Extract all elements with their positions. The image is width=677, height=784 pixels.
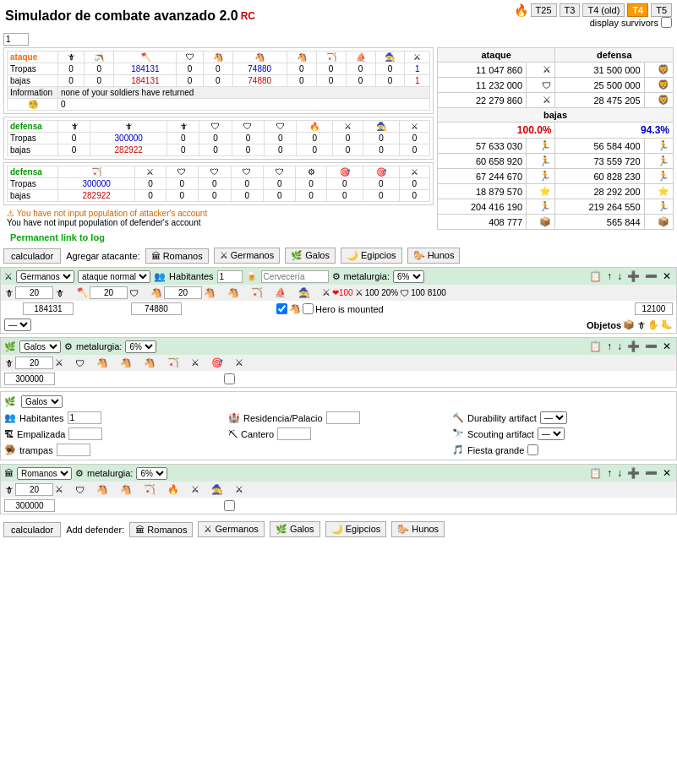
attacker-attack-type-select[interactable]: ataque normal	[78, 270, 150, 283]
perm-link-row[interactable]: Permanent link to log	[3, 231, 434, 244]
tier-t25[interactable]: T25	[531, 3, 557, 17]
au-icon-sword: ⚔	[355, 287, 363, 298]
attacker-close-icon[interactable]: ✕	[661, 270, 673, 283]
au-icon-shield: 🛡	[400, 288, 409, 298]
au-icon-8: ⛵	[275, 287, 287, 298]
r2-d-val: 28 475 205	[555, 93, 644, 108]
faction-hunos-btn[interactable]: 🐎 Hunos	[407, 248, 461, 264]
attacker-metalurgia-select[interactable]: 6%	[393, 270, 424, 283]
d3-add-icon[interactable]: ➕	[625, 466, 642, 480]
durability-select[interactable]: —	[540, 411, 567, 424]
faction-romanos-btn[interactable]: 🏛 Romanos	[145, 248, 209, 264]
habitantes-icon: 👥	[4, 412, 16, 423]
d1-metalurgia-select[interactable]: 6%	[125, 340, 156, 353]
tab-input[interactable]: 1	[3, 33, 29, 46]
d1-down-icon[interactable]: ↓	[615, 340, 624, 353]
app-title: Simulador de combate avanzado 2.0	[5, 8, 238, 24]
tier-t5[interactable]: T5	[651, 3, 672, 17]
d1-close-icon[interactable]: ✕	[661, 340, 673, 353]
ataque-table: ataque 🗡 🪃 🪓 🛡 🐴 🐴 🐴 🏹 ⛵ 🧙 ⚔ Tropas 0	[7, 51, 430, 111]
d3-down-icon[interactable]: ↓	[615, 466, 624, 480]
d2-tropa-4: 0	[231, 178, 263, 190]
d3u-icon-7: ⚔	[191, 484, 199, 495]
d3u-val-0[interactable]	[4, 499, 55, 512]
def-faction-egipcios-btn[interactable]: 🌙 Egipcios	[325, 521, 387, 537]
d3u-input-0[interactable]	[15, 483, 53, 496]
d1-up-icon[interactable]: ↑	[605, 340, 614, 353]
au-mounted-checkbox[interactable]	[303, 303, 314, 314]
attacker-down-icon[interactable]: ↓	[615, 270, 624, 283]
fiesta-checkbox[interactable]	[527, 444, 538, 455]
tier-t3[interactable]: T3	[560, 3, 581, 17]
d3u-checkbox[interactable]	[224, 500, 235, 511]
d1-baja-1: 282922	[90, 144, 167, 156]
cantero-input[interactable]	[277, 427, 311, 440]
d1u-icon-9: ⚔	[235, 357, 243, 368]
d3-minus-icon[interactable]: ➖	[643, 466, 659, 480]
au-val-0[interactable]	[23, 302, 74, 315]
attacker-up-icon[interactable]: ↑	[605, 270, 614, 283]
faction-egipcios-btn[interactable]: 🌙 Egipcios	[341, 248, 402, 264]
d1u-icon-6: 🏹	[167, 357, 179, 368]
attacker-minus-icon[interactable]: ➖	[643, 270, 659, 283]
warnings-section: ⚠ You have not input population of attac…	[3, 209, 434, 227]
d3-close-icon[interactable]: ✕	[661, 466, 673, 480]
display-survivors-checkbox[interactable]	[661, 17, 672, 28]
scouting-select[interactable]: —	[538, 427, 565, 440]
d1-faction-select[interactable]: Galos	[19, 340, 61, 353]
d1-minus-icon[interactable]: ➖	[643, 340, 659, 353]
attacker-copy-icon[interactable]: 📋	[587, 270, 603, 283]
d1-copy-icon[interactable]: 📋	[587, 340, 603, 353]
au-select[interactable]: —	[4, 318, 31, 331]
information-text: none of your soldiers have returned	[58, 87, 430, 99]
habitantes-input[interactable]	[68, 411, 101, 424]
tropa-4: 0	[203, 63, 232, 75]
def-faction-galos-btn[interactable]: 🌿 Galos	[270, 521, 320, 537]
faction-germanos-btn[interactable]: ⚔ Germanos	[214, 248, 280, 264]
au-hero-val[interactable]	[635, 302, 673, 315]
au-input-4[interactable]	[164, 286, 202, 299]
calculador-button[interactable]: calculador	[3, 248, 61, 264]
tier-t4old[interactable]: T4 (old)	[582, 3, 625, 17]
d2-tropa-1: 0	[135, 178, 166, 190]
d3-metalurgia-icon: ⚙	[75, 468, 84, 479]
d1-tropas-label: Tropas	[8, 133, 58, 144]
d3-up-icon[interactable]: ↑	[605, 466, 614, 480]
tier-t4[interactable]: T4	[627, 3, 648, 17]
calculador-bottom-button[interactable]: calculador	[3, 522, 61, 537]
d3-faction-icon: 🏛	[4, 468, 14, 478]
d3-faction-select[interactable]: Romanos	[17, 467, 72, 480]
icon-mage1: 🧙	[375, 52, 405, 63]
baja-row-3: 18 879 570 ⭐ 28 292 200 ⭐	[438, 184, 674, 199]
d1u-val-0[interactable]	[4, 373, 55, 385]
attacker-habitantes-input[interactable]: 1	[217, 270, 243, 283]
attacker-faction-select[interactable]: Germanos	[16, 270, 74, 283]
def-faction-romanos-btn[interactable]: 🏛 Romanos	[129, 522, 193, 537]
au-hero-mounted-label: Hero is mounted	[315, 304, 384, 314]
au-val-4[interactable]	[131, 302, 182, 315]
d3-metalurgia-select[interactable]: 6%	[136, 467, 167, 480]
def-faction-hunos-btn[interactable]: 🐎 Hunos	[391, 521, 445, 537]
r1-a-icon: 🛡	[527, 78, 555, 93]
trampas-input[interactable]	[57, 444, 90, 456]
d3u-icon-0: 🗡	[4, 485, 14, 495]
empalizada-input[interactable]	[68, 427, 102, 440]
d1-baja-0: 0	[58, 144, 90, 156]
attacker-add-icon[interactable]: ➕	[625, 270, 642, 283]
fiesta-label: Fiesta grande	[467, 445, 524, 455]
au-hero-checkbox[interactable]	[276, 303, 287, 314]
building-faction-select[interactable]: Galos	[21, 395, 63, 408]
d3-copy-icon[interactable]: 📋	[587, 466, 603, 480]
au-icon-9: 🧙	[298, 287, 310, 298]
d1u-checkbox[interactable]	[224, 373, 235, 384]
attacker-brewery-input[interactable]	[261, 270, 329, 283]
d1-add-icon[interactable]: ➕	[625, 340, 642, 353]
faction-galos-btn[interactable]: 🌿 Galos	[285, 248, 336, 264]
residencia-input[interactable]	[326, 411, 360, 424]
au-input-2[interactable]	[90, 286, 128, 299]
permanent-link[interactable]: Permanent link to log	[7, 231, 108, 244]
d1u-input-0[interactable]	[15, 357, 53, 369]
au-input-0[interactable]	[15, 286, 53, 299]
def-faction-germanos-btn[interactable]: ⚔ Germanos	[198, 521, 264, 537]
icon-horse1: 🐴	[203, 52, 232, 63]
